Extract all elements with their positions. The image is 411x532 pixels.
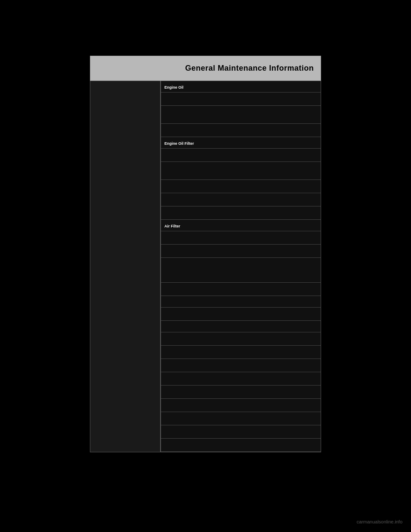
list-item — [161, 283, 321, 296]
list-item — [161, 386, 321, 399]
page-container: General Maintenance Information Engine O… — [0, 0, 411, 532]
list-item — [161, 332, 321, 346]
list-item — [161, 193, 321, 206]
list-item — [161, 439, 321, 452]
list-item — [161, 372, 321, 386]
left-column-diagram — [90, 81, 161, 452]
list-item — [161, 93, 321, 106]
list-item — [161, 308, 321, 321]
list-item — [161, 124, 321, 137]
list-item — [161, 412, 321, 425]
list-item — [161, 296, 321, 308]
list-item — [161, 258, 321, 283]
list-item: Engine Oil — [161, 81, 321, 93]
list-item — [161, 245, 321, 258]
list-item: Engine Oil Filter — [161, 137, 321, 149]
list-item — [161, 321, 321, 332]
list-item — [161, 425, 321, 439]
right-column-content: Engine Oil Engine Oil Filter — [161, 81, 321, 452]
list-item — [161, 106, 321, 124]
list-item — [161, 346, 321, 359]
page-title: General Maintenance Information — [185, 64, 314, 73]
list-item — [161, 149, 321, 162]
list-item — [161, 162, 321, 180]
list-item — [161, 206, 321, 220]
list-item — [161, 180, 321, 193]
list-item — [161, 399, 321, 412]
content-area: Engine Oil Engine Oil Filter — [90, 81, 321, 452]
watermark: carmanualsonline.info — [357, 519, 402, 524]
header-bar: General Maintenance Information — [90, 56, 321, 81]
document-wrapper: General Maintenance Information Engine O… — [90, 56, 321, 452]
list-item — [161, 359, 321, 372]
list-item: Air Filter — [161, 220, 321, 231]
list-item — [161, 231, 321, 245]
